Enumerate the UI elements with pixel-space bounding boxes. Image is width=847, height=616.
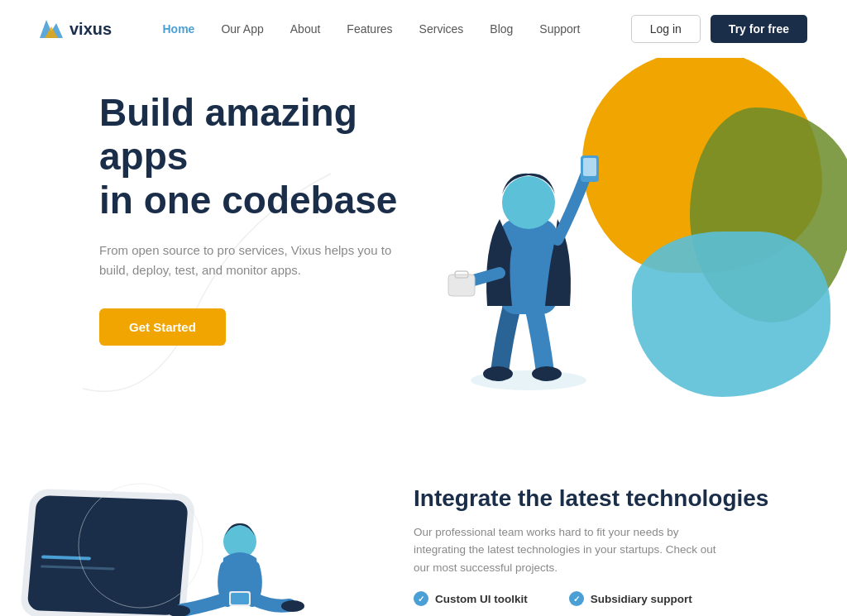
nav-our-app[interactable]: Our App — [221, 22, 263, 36]
nav-support[interactable]: Support — [539, 22, 580, 36]
svg-point-17 — [281, 600, 304, 612]
section-two-content: Integrate the latest technologies Our pr… — [414, 485, 807, 607]
checklist-label-1: Custom UI toolkit — [435, 593, 528, 605]
checklist-label-2: Subsidiary support — [591, 593, 692, 605]
nav-home[interactable]: Home — [162, 22, 194, 36]
phone-illustration-area — [17, 463, 331, 616]
phone-illustration — [17, 463, 347, 616]
checklist-item-2: ✓ Subsidiary support — [569, 591, 692, 606]
svg-point-4 — [532, 366, 562, 381]
navigation: vixus Home Our App About Features Servic… — [0, 0, 847, 58]
nav-about[interactable]: About — [290, 22, 321, 36]
svg-point-3 — [483, 366, 513, 381]
blob-blue — [632, 232, 830, 397]
svg-rect-12 — [26, 495, 189, 615]
nav-links: Home Our App About Features Services Blo… — [162, 21, 580, 36]
check-icon-1: ✓ — [414, 591, 428, 606]
nav-actions: Log in Try for free — [631, 15, 807, 43]
section-two-title: Integrate the latest technologies — [414, 485, 807, 512]
checklist: ✓ Custom UI toolkit ✓ Subsidiary support — [414, 591, 807, 606]
nav-blog[interactable]: Blog — [490, 22, 513, 36]
nav-services[interactable]: Services — [419, 22, 464, 36]
login-button[interactable]: Log in — [631, 15, 701, 43]
get-started-button[interactable]: Get Started — [99, 308, 226, 346]
hero-title: Build amazing apps in one codebase — [99, 91, 455, 222]
brand-name: vixus — [69, 20, 112, 39]
hero-person-illustration — [433, 83, 624, 397]
hero-section: Build amazing apps in one codebase From … — [0, 58, 847, 438]
checklist-item-1: ✓ Custom UI toolkit — [414, 591, 528, 606]
check-icon-2: ✓ — [569, 591, 584, 606]
section-two: Integrate the latest technologies Our pr… — [0, 438, 847, 616]
nav-features[interactable]: Features — [347, 22, 392, 36]
svg-rect-19 — [231, 593, 249, 604]
hero-subtitle: From open source to pro services, Vixus … — [99, 241, 397, 280]
try-button[interactable]: Try for free — [711, 15, 807, 43]
brand-logo[interactable]: vixus — [40, 20, 112, 39]
section-two-desc: Our professional team works hard to fit … — [414, 523, 728, 577]
hero-text: Build amazing apps in one codebase From … — [99, 91, 455, 346]
svg-point-10 — [502, 176, 555, 229]
logo-icon — [40, 20, 63, 38]
svg-rect-9 — [583, 158, 596, 176]
